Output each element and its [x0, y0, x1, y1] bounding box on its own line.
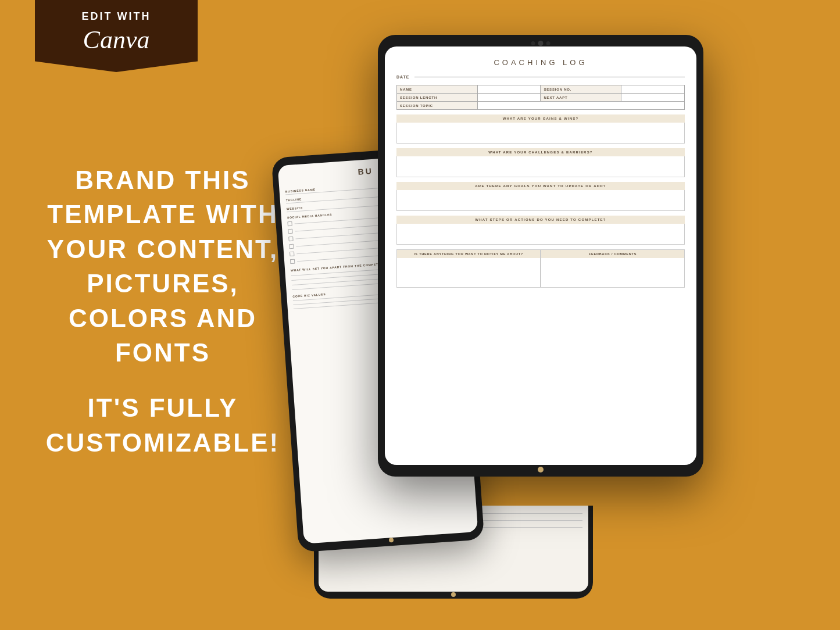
challenges-section: WHAT ARE YOUR CHALLENGES & BARRIERS? — [396, 148, 685, 177]
name-label-cell: NAME — [397, 85, 478, 94]
next-aapt-value-cell — [621, 94, 685, 102]
notify-body — [397, 258, 540, 287]
next-aapt-label-cell: NEXT AAPT — [541, 94, 621, 102]
session-length-label-cell: SESSION LENGTH — [397, 94, 478, 102]
table-row-name: NAME SESSION No. — [397, 85, 685, 94]
tablet-bottom-home-button — [451, 592, 456, 597]
customizable-text: IT'S FULLY CUSTOMIZABLE! — [35, 391, 291, 460]
edit-with-label: EDIT WITH — [49, 10, 184, 23]
gains-section: WHAT ARE YOUR GAINS & WINS? — [396, 114, 685, 144]
camera-dot-left — [531, 41, 535, 45]
canva-banner: EDIT WITH Canva — [35, 0, 198, 72]
challenges-header: WHAT ARE YOUR CHALLENGES & BARRIERS? — [396, 148, 685, 156]
camera-dot-center — [538, 41, 544, 46]
session-no-label-cell: SESSION No. — [541, 85, 621, 94]
goals-body — [396, 190, 685, 211]
tablet-front: COACHING LOG DATE NAME SESSION No. SESSI… — [378, 35, 703, 477]
email-icon — [288, 237, 294, 242]
coaching-log-title: COACHING LOG — [396, 56, 685, 67]
instagram-icon — [288, 229, 293, 234]
facebook-icon — [287, 221, 292, 227]
tablet-front-home-button — [538, 467, 544, 472]
left-text-block: BRAND THIS TEMPLATE WITH YOUR CONTENT, P… — [35, 163, 291, 460]
tablet-front-screen: COACHING LOG DATE NAME SESSION No. SESSI… — [385, 46, 696, 465]
camera-dot-right — [546, 41, 551, 45]
steps-header: WHAT STEPS OR ACTIONS DO YOU NEED TO COM… — [396, 216, 685, 224]
notify-cell: IS THERE ANYTHING YOU WANT TO NOTIFY ME … — [396, 249, 541, 288]
twitter-icon — [289, 252, 295, 257]
notify-header: IS THERE ANYTHING YOU WANT TO NOTIFY ME … — [397, 250, 540, 258]
coaching-log-content: COACHING LOG DATE NAME SESSION No. SESSI… — [396, 56, 685, 456]
tablet-back-home-button — [389, 538, 394, 543]
canva-label: Canva — [49, 25, 184, 55]
feedback-cell: FEEDBACK / COMMENTS — [541, 249, 685, 288]
goals-section: ARE THERE ANY GOALS YOU WANT TO UPDATE O… — [396, 182, 685, 211]
table-row-topic: SESSION TOPIC — [397, 102, 685, 110]
date-line — [414, 77, 685, 77]
gains-body — [396, 123, 685, 144]
coaching-log-info-table: NAME SESSION No. SESSION LENGTH NEXT AAP… — [396, 85, 685, 110]
session-topic-value-cell — [477, 102, 684, 110]
feedback-header: FEEDBACK / COMMENTS — [541, 250, 684, 258]
steps-section: WHAT STEPS OR ACTIONS DO YOU NEED TO COM… — [396, 216, 685, 245]
pinterest-icon — [289, 244, 294, 249]
tablet-front-camera — [531, 41, 551, 46]
feedback-body — [541, 258, 684, 287]
session-topic-label-cell: SESSION TOPIC — [397, 102, 478, 110]
name-value-cell — [477, 85, 541, 94]
table-row-session: SESSION LENGTH NEXT AAPT — [397, 94, 685, 102]
linkedin-icon — [290, 259, 295, 264]
coaching-log-date-row: DATE — [396, 75, 685, 79]
brand-this-text: BRAND THIS TEMPLATE WITH YOUR CONTENT, P… — [35, 163, 291, 370]
date-label: DATE — [396, 75, 410, 79]
steps-body — [396, 224, 685, 245]
gains-header: WHAT ARE YOUR GAINS & WINS? — [396, 114, 685, 123]
challenges-body — [396, 156, 685, 177]
goals-header: ARE THERE ANY GOALS YOU WANT TO UPDATE O… — [396, 182, 685, 190]
session-length-value-cell — [477, 94, 541, 102]
coaching-log-bottom-row: IS THERE ANYTHING YOU WANT TO NOTIFY ME … — [396, 249, 685, 288]
session-no-value-cell — [621, 85, 685, 94]
